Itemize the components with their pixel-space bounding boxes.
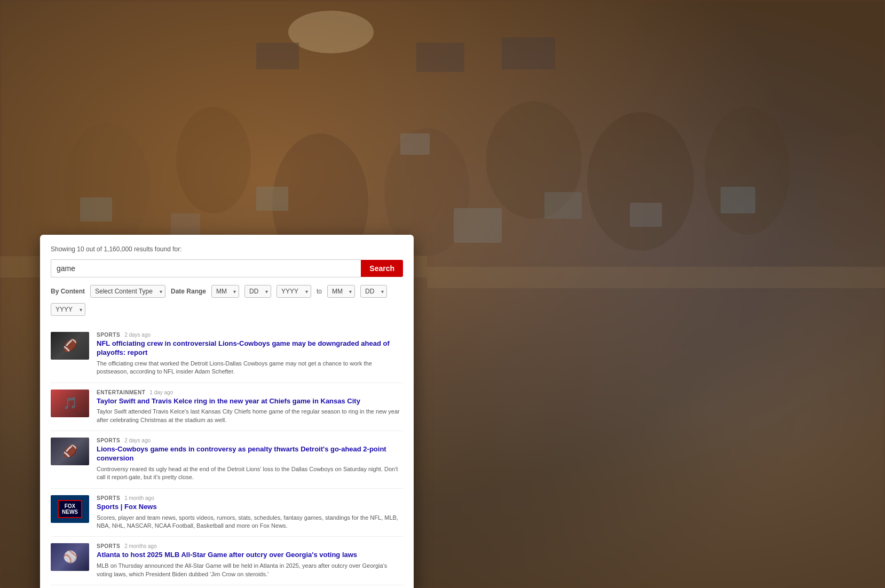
result-item: SPORTS 2 days ago NFL officiating crew i… bbox=[51, 325, 403, 383]
svg-point-11 bbox=[817, 133, 885, 251]
svg-rect-1 bbox=[256, 43, 299, 69]
search-input[interactable] bbox=[51, 259, 361, 277]
result-title[interactable]: Sports | Fox News bbox=[97, 503, 403, 512]
result-content: SPORTS 2 months ago Atlanta to host 2025… bbox=[97, 543, 403, 578]
month2-select[interactable]: MM 010203 bbox=[327, 285, 355, 298]
result-content: SPORTS 2 days ago Lions-Cowboys game end… bbox=[97, 438, 403, 482]
result-title[interactable]: Atlanta to host 2025 MLB All-Star Game a… bbox=[97, 551, 403, 560]
content-type-wrapper: Select Content Type News Video Image bbox=[90, 285, 165, 298]
svg-point-5 bbox=[176, 107, 251, 213]
result-category: SPORTS bbox=[97, 495, 120, 501]
result-item: FOXNEWS SPORTS 1 month ago Sports | Fox … bbox=[51, 489, 403, 537]
content-type-select[interactable]: Select Content Type News Video Image bbox=[90, 285, 165, 298]
month1-select[interactable]: MM 01020304 05060708 09101112 bbox=[211, 285, 239, 298]
result-thumb bbox=[51, 543, 89, 571]
result-meta: SPORTS 2 days ago bbox=[97, 332, 403, 338]
result-thumb bbox=[51, 390, 89, 417]
result-time: 2 days ago bbox=[124, 438, 151, 443]
result-title[interactable]: NFL officiating crew in controversial Li… bbox=[97, 339, 403, 357]
svg-rect-2 bbox=[416, 43, 464, 72]
svg-rect-13 bbox=[171, 213, 200, 235]
search-panel: Showing 10 out of 1,160,000 results foun… bbox=[40, 235, 414, 588]
svg-point-9 bbox=[587, 112, 694, 251]
year2-wrapper: YYYY 20242023 bbox=[51, 303, 85, 316]
svg-rect-15 bbox=[400, 133, 430, 155]
result-thumb bbox=[51, 332, 89, 360]
result-item: ENTERTAINMENT 2 months ago Taylor Swift … bbox=[51, 585, 403, 588]
year2-select[interactable]: YYYY 20242023 bbox=[51, 303, 85, 316]
result-title[interactable]: Lions-Cowboys game ends in controversy a… bbox=[97, 445, 403, 463]
svg-point-0 bbox=[288, 11, 374, 53]
result-meta: SPORTS 2 months ago bbox=[97, 543, 403, 549]
svg-point-10 bbox=[705, 107, 790, 235]
result-category: SPORTS bbox=[97, 543, 120, 549]
svg-rect-14 bbox=[256, 187, 288, 211]
search-bar: Search bbox=[51, 259, 403, 277]
month2-wrapper: MM 010203 bbox=[327, 285, 355, 298]
result-title[interactable]: Taylor Swift and Travis Kelce ring in th… bbox=[97, 397, 403, 406]
result-item: ENTERTAINMENT 1 day ago Taylor Swift and… bbox=[51, 383, 403, 432]
result-meta: ENTERTAINMENT 1 day ago bbox=[97, 390, 403, 395]
year1-select[interactable]: YYYY 202420232022 bbox=[276, 285, 311, 298]
svg-point-4 bbox=[64, 123, 149, 251]
date-range-label: Date Range bbox=[171, 288, 206, 295]
result-time: 1 month ago bbox=[124, 495, 154, 501]
result-desc: Scores, player and team news, sports vid… bbox=[97, 514, 403, 530]
search-button[interactable]: Search bbox=[361, 260, 403, 277]
result-content: SPORTS 2 days ago NFL officiating crew i… bbox=[97, 332, 403, 376]
day2-select[interactable]: DD bbox=[360, 285, 387, 298]
svg-rect-3 bbox=[502, 37, 555, 69]
result-content: ENTERTAINMENT 1 day ago Taylor Swift and… bbox=[97, 390, 403, 425]
results-list: SPORTS 2 days ago NFL officiating crew i… bbox=[51, 325, 403, 588]
svg-rect-16 bbox=[454, 208, 502, 243]
svg-rect-19 bbox=[721, 187, 755, 213]
result-item: SPORTS 2 days ago Lions-Cowboys game end… bbox=[51, 431, 403, 489]
to-label: to bbox=[317, 288, 322, 295]
svg-rect-21 bbox=[427, 267, 885, 288]
result-time: 1 day ago bbox=[149, 390, 173, 395]
result-category: SPORTS bbox=[97, 438, 120, 443]
day1-select[interactable]: DD bbox=[244, 285, 271, 298]
by-content-label: By Content bbox=[51, 288, 85, 295]
result-thumb: FOXNEWS bbox=[51, 495, 89, 523]
result-thumb bbox=[51, 438, 89, 465]
day2-wrapper: DD bbox=[360, 285, 387, 298]
result-desc: Controversy reared its ugly head at the … bbox=[97, 465, 403, 482]
result-meta: SPORTS 1 month ago bbox=[97, 495, 403, 501]
result-content: SPORTS 1 month ago Sports | Fox News Sco… bbox=[97, 495, 403, 530]
year1-wrapper: YYYY 202420232022 bbox=[276, 285, 311, 298]
result-desc: MLB on Thursday announced the All-Star G… bbox=[97, 562, 403, 578]
svg-rect-17 bbox=[544, 192, 582, 219]
result-desc: Taylor Swift attended Travis Kelce's las… bbox=[97, 408, 403, 424]
result-category: ENTERTAINMENT bbox=[97, 390, 145, 395]
filters-row: By Content Select Content Type News Vide… bbox=[51, 285, 403, 316]
results-summary: Showing 10 out of 1,160,000 results foun… bbox=[51, 245, 403, 253]
day1-wrapper: DD bbox=[244, 285, 271, 298]
svg-rect-18 bbox=[630, 203, 662, 227]
result-desc: The officiating crew that worked the Det… bbox=[97, 360, 403, 376]
svg-rect-12 bbox=[80, 197, 112, 221]
result-meta: SPORTS 2 days ago bbox=[97, 438, 403, 443]
result-item: SPORTS 2 months ago Atlanta to host 2025… bbox=[51, 537, 403, 585]
result-time: 2 months ago bbox=[124, 543, 157, 549]
month1-wrapper: MM 01020304 05060708 09101112 bbox=[211, 285, 239, 298]
result-time: 2 days ago bbox=[124, 332, 151, 338]
result-category: SPORTS bbox=[97, 332, 120, 338]
